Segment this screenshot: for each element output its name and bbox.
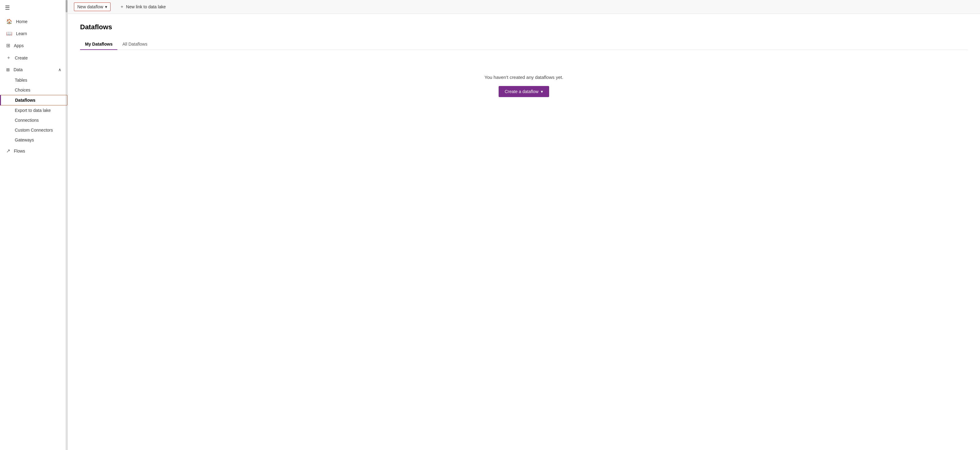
flows-icon: ↗ <box>6 148 10 154</box>
apps-icon: ⊞ <box>6 43 10 48</box>
tab-all-dataflows-label: All Dataflows <box>122 41 147 46</box>
sidebar-item-data[interactable]: ⊞ Data ∧ <box>0 64 67 75</box>
page-title: Dataflows <box>80 23 968 31</box>
sub-item-wrapper-custom-connectors: Custom Connectors <box>0 125 67 135</box>
hamburger-icon[interactable]: ☰ <box>5 4 10 11</box>
new-dataflow-label: New dataflow <box>77 4 103 9</box>
sidebar-item-learn[interactable]: 📖 Learn <box>0 27 67 40</box>
data-icon: ⊞ <box>6 67 10 72</box>
tab-my-dataflows[interactable]: My Dataflows <box>80 38 117 49</box>
sidebar-item-apps-label: Apps <box>14 43 24 48</box>
new-link-button[interactable]: ＋ New link to data lake <box>117 2 169 11</box>
sidebar-item-dataflows[interactable]: Dataflows <box>0 95 67 105</box>
sidebar-item-export-label: Export to data lake <box>15 108 51 113</box>
sidebar-item-choices[interactable]: Choices <box>0 85 67 95</box>
sidebar-item-gateways[interactable]: Gateways <box>0 135 67 145</box>
sidebar-header: ☰ <box>0 0 67 15</box>
new-dataflow-button[interactable]: New dataflow ▾ <box>74 2 111 11</box>
create-dataflow-button[interactable]: Create a dataflow ▾ <box>499 86 549 97</box>
sub-item-wrapper-choices: Choices <box>0 85 67 95</box>
main: New dataflow ▾ ＋ New link to data lake D… <box>68 0 980 450</box>
sidebar-item-tables-label: Tables <box>15 78 27 83</box>
sidebar-item-create[interactable]: ＋ Create <box>0 51 67 64</box>
scrollbar-track[interactable] <box>65 0 67 450</box>
sidebar-item-gateways-label: Gateways <box>15 137 34 142</box>
sidebar-item-home-label: Home <box>16 19 27 24</box>
new-link-label: New link to data lake <box>126 4 166 9</box>
sidebar: ☰ 🏠 Home 📖 Learn ⊞ Apps ＋ Create ⊞ Data … <box>0 0 68 450</box>
sidebar-item-tables[interactable]: Tables <box>0 75 67 85</box>
tab-my-dataflows-label: My Dataflows <box>85 41 112 46</box>
sub-item-wrapper-tables: Tables <box>0 75 67 85</box>
empty-state-message: You haven't created any dataflows yet. <box>484 75 563 80</box>
sub-item-wrapper-export: Export to data lake <box>0 105 67 115</box>
sub-item-wrapper-connections: Connections <box>0 115 67 125</box>
sidebar-item-home[interactable]: 🏠 Home <box>0 15 67 27</box>
content-area: Dataflows My Dataflows All Dataflows You… <box>68 14 980 450</box>
tabs: My Dataflows All Dataflows <box>80 38 968 50</box>
sidebar-item-custom-connectors-label: Custom Connectors <box>15 128 53 132</box>
create-dropdown-icon: ▾ <box>541 89 543 94</box>
home-icon: 🏠 <box>6 19 12 24</box>
chevron-up-icon: ∧ <box>58 67 61 72</box>
create-icon: ＋ <box>6 54 11 61</box>
book-icon: 📖 <box>6 30 12 37</box>
sub-item-wrapper-dataflows: Dataflows <box>0 95 67 105</box>
sidebar-item-custom-connectors[interactable]: Custom Connectors <box>0 125 67 135</box>
sidebar-item-create-label: Create <box>15 56 28 61</box>
empty-state: You haven't created any dataflows yet. C… <box>80 75 968 97</box>
plus-icon: ＋ <box>120 4 124 10</box>
sub-item-wrapper-gateways: Gateways <box>0 135 67 145</box>
scrollbar-thumb[interactable] <box>65 0 67 12</box>
sidebar-item-data-label: Data <box>14 67 23 72</box>
sidebar-item-learn-label: Learn <box>16 31 27 36</box>
sidebar-item-flows[interactable]: ↗ Flows <box>0 145 67 157</box>
sidebar-item-apps[interactable]: ⊞ Apps <box>0 40 67 51</box>
sidebar-item-flows-label: Flows <box>14 148 25 153</box>
sidebar-item-dataflows-label: Dataflows <box>15 98 35 103</box>
tab-all-dataflows[interactable]: All Dataflows <box>117 38 152 49</box>
dropdown-chevron-icon: ▾ <box>105 4 107 9</box>
create-dataflow-label: Create a dataflow <box>505 89 539 94</box>
sidebar-item-connections-label: Connections <box>15 118 39 123</box>
sidebar-item-connections[interactable]: Connections <box>0 115 67 125</box>
sidebar-item-export[interactable]: Export to data lake <box>0 105 67 115</box>
sidebar-item-choices-label: Choices <box>15 88 30 93</box>
toolbar: New dataflow ▾ ＋ New link to data lake <box>68 0 980 14</box>
